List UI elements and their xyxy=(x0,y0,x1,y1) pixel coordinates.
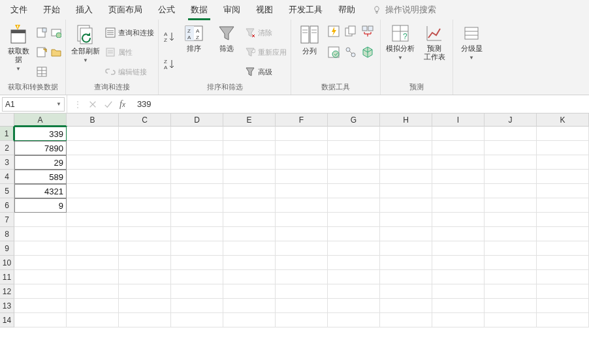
cell-A9[interactable] xyxy=(14,241,67,256)
cell-E7[interactable] xyxy=(223,213,276,227)
cell-F5[interactable] xyxy=(276,184,328,198)
cell-C6[interactable] xyxy=(119,198,171,213)
cell-F3[interactable] xyxy=(276,155,328,170)
reapply-button[interactable]: 重新应用 xyxy=(245,43,287,61)
cell-A11[interactable] xyxy=(14,270,67,284)
cell-B13[interactable] xyxy=(67,299,119,313)
cell-G8[interactable] xyxy=(328,227,380,241)
manage-data-model-button[interactable] xyxy=(362,43,376,61)
cell-A7[interactable] xyxy=(14,213,67,227)
cell-B3[interactable] xyxy=(67,155,119,170)
menu-dev[interactable]: 开发工具 xyxy=(281,0,330,20)
col-header-J[interactable]: J xyxy=(485,114,537,127)
cell-J3[interactable] xyxy=(485,155,537,170)
confirm-icon[interactable] xyxy=(104,100,113,109)
cell-I12[interactable] xyxy=(432,284,485,299)
cell-H13[interactable] xyxy=(380,299,432,313)
row-header-13[interactable]: 13 xyxy=(0,299,14,313)
formula-input[interactable]: 339 xyxy=(132,99,589,109)
cell-J8[interactable] xyxy=(485,227,537,241)
relationships-button[interactable] xyxy=(345,43,359,61)
cell-K10[interactable] xyxy=(537,256,589,270)
select-all-corner[interactable] xyxy=(0,114,14,127)
sort-button[interactable]: ZAAZ 排序 xyxy=(180,22,208,54)
cell-I4[interactable] xyxy=(432,170,485,184)
cell-B4[interactable] xyxy=(67,170,119,184)
cell-J7[interactable] xyxy=(485,213,537,227)
cell-D10[interactable] xyxy=(171,256,223,270)
cell-K8[interactable] xyxy=(537,227,589,241)
cell-F7[interactable] xyxy=(276,213,328,227)
cell-G4[interactable] xyxy=(328,170,380,184)
cell-A8[interactable] xyxy=(14,227,67,241)
cell-B11[interactable] xyxy=(67,270,119,284)
cell-A4[interactable]: 589 xyxy=(14,170,67,184)
cell-I6[interactable] xyxy=(432,198,485,213)
cell-E11[interactable] xyxy=(223,270,276,284)
cell-B8[interactable] xyxy=(67,227,119,241)
row-header-6[interactable]: 6 xyxy=(0,198,14,213)
cell-A2[interactable]: 7890 xyxy=(14,141,67,155)
row-header-12[interactable]: 12 xyxy=(0,284,14,299)
cell-I14[interactable] xyxy=(432,313,485,327)
cell-J12[interactable] xyxy=(485,284,537,299)
data-validation-button[interactable] xyxy=(328,43,342,61)
cell-D5[interactable] xyxy=(171,184,223,198)
cell-D8[interactable] xyxy=(171,227,223,241)
cell-I1[interactable] xyxy=(432,127,485,141)
recent-sources-button[interactable] xyxy=(51,23,61,42)
cell-E8[interactable] xyxy=(223,227,276,241)
cell-H8[interactable] xyxy=(380,227,432,241)
cell-G11[interactable] xyxy=(328,270,380,284)
col-header-H[interactable]: H xyxy=(380,114,432,127)
cell-C12[interactable] xyxy=(119,284,171,299)
worksheet[interactable]: ABCDEFGHIJK 1234567891011121314 33978902… xyxy=(0,114,589,364)
menu-formulas[interactable]: 公式 xyxy=(150,0,183,20)
sort-asc-button[interactable]: AZ xyxy=(163,23,176,50)
menu-data[interactable]: 数据 xyxy=(183,0,215,20)
cell-E3[interactable] xyxy=(223,155,276,170)
row-header-11[interactable]: 11 xyxy=(0,270,14,284)
cell-H6[interactable] xyxy=(380,198,432,213)
cell-D3[interactable] xyxy=(171,155,223,170)
menu-insert[interactable]: 插入 xyxy=(68,0,101,20)
cell-D12[interactable] xyxy=(171,284,223,299)
cell-F4[interactable] xyxy=(276,170,328,184)
cell-C14[interactable] xyxy=(119,313,171,327)
from-web-button[interactable] xyxy=(37,43,47,61)
cell-G1[interactable] xyxy=(328,127,380,141)
cell-G13[interactable] xyxy=(328,299,380,313)
cell-A12[interactable] xyxy=(14,284,67,299)
cell-G12[interactable] xyxy=(328,284,380,299)
consolidate-button[interactable] xyxy=(362,22,376,40)
cell-B7[interactable] xyxy=(67,213,119,227)
cell-C5[interactable] xyxy=(119,184,171,198)
cell-K12[interactable] xyxy=(537,284,589,299)
cell-G7[interactable] xyxy=(328,213,380,227)
cell-B9[interactable] xyxy=(67,241,119,256)
cell-I3[interactable] xyxy=(432,155,485,170)
cell-E5[interactable] xyxy=(223,184,276,198)
cell-J2[interactable] xyxy=(485,141,537,155)
row-header-1[interactable]: 1 xyxy=(0,127,14,141)
cancel-icon[interactable] xyxy=(88,100,97,109)
cell-F14[interactable] xyxy=(276,313,328,327)
cell-K13[interactable] xyxy=(537,299,589,313)
cell-B10[interactable] xyxy=(67,256,119,270)
cell-K7[interactable] xyxy=(537,213,589,227)
cell-H4[interactable] xyxy=(380,170,432,184)
cell-B1[interactable] xyxy=(67,127,119,141)
group-rows-button[interactable]: 分级显 ▼ xyxy=(457,22,486,62)
cell-H1[interactable] xyxy=(380,127,432,141)
cell-H10[interactable] xyxy=(380,256,432,270)
cell-E12[interactable] xyxy=(223,284,276,299)
cell-F12[interactable] xyxy=(276,284,328,299)
row-header-7[interactable]: 7 xyxy=(0,213,14,227)
cell-H12[interactable] xyxy=(380,284,432,299)
cell-F6[interactable] xyxy=(276,198,328,213)
what-if-button[interactable]: ? 模拟分析 ▼ xyxy=(385,22,416,62)
col-header-K[interactable]: K xyxy=(537,114,589,127)
row-header-3[interactable]: 3 xyxy=(0,155,14,170)
cell-J11[interactable] xyxy=(485,270,537,284)
cell-F1[interactable] xyxy=(276,127,328,141)
